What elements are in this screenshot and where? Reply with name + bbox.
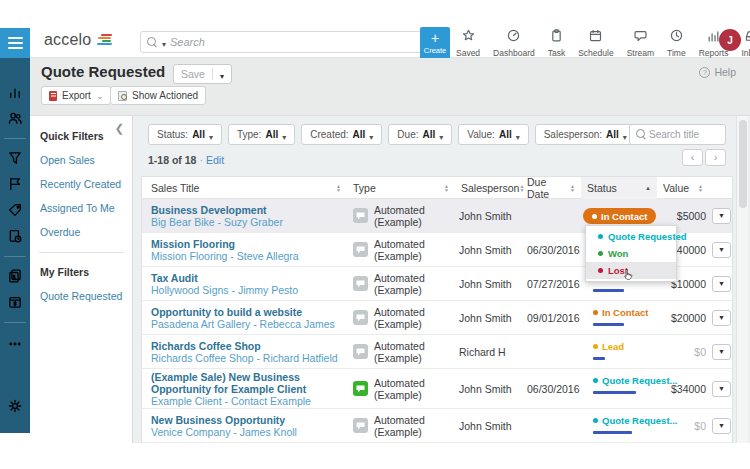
sale-company-link[interactable]: Hollywood Signs - Jimmy Pesto <box>151 284 347 296</box>
filter-chip-due[interactable]: Due:All <box>388 124 452 145</box>
nav-item-schedule[interactable]: Schedule <box>578 28 613 58</box>
sale-title-link[interactable]: (Example Sale) New Business Opportunity … <box>151 371 347 395</box>
help-link[interactable]: ? Help <box>699 66 736 78</box>
tags-icon <box>8 203 22 221</box>
nav-item-label: Schedule <box>578 48 613 58</box>
row-actions-button[interactable]: ▼ <box>712 344 731 360</box>
status-dot-icon <box>593 344 598 349</box>
salesperson-cell: John Smith <box>455 312 521 324</box>
column-header-type[interactable]: Type▲▼ <box>347 177 455 199</box>
row-actions-button[interactable]: ▼ <box>712 418 731 434</box>
filter-chip-salesperson[interactable]: Salesperson:All <box>535 124 636 145</box>
filter-chip-type[interactable]: Type:All <box>228 124 295 145</box>
hamburger-menu-icon[interactable] <box>0 28 30 58</box>
task-icon <box>550 28 563 46</box>
my-filter-link[interactable]: Quote Requested <box>40 290 132 302</box>
sale-title-link[interactable]: Opportunity to build a website <box>151 306 347 318</box>
sale-company-link[interactable]: Pasadena Art Gallery - Rebecca James <box>151 318 347 330</box>
filter-chip-value[interactable]: Value:All <box>458 124 528 145</box>
next-page-button[interactable]: › <box>705 149 726 166</box>
actions-cell: ▼ <box>709 344 733 360</box>
sale-title-link[interactable]: Richards Coffee Shop <box>151 340 347 352</box>
nav-item-saved[interactable]: Saved <box>456 28 480 58</box>
column-header-status[interactable]: Status▲ <box>581 177 657 199</box>
sale-title-link[interactable]: New Business Opportunity <box>151 414 347 426</box>
filter-chip-created[interactable]: Created:All <box>301 124 382 145</box>
nav-item-stream[interactable]: Stream <box>627 28 654 58</box>
sidebar-sales-funnel-icon[interactable] <box>0 150 30 170</box>
column-header-value[interactable]: Value▲▼ <box>657 177 709 199</box>
status-badge[interactable]: In Contact <box>583 208 656 224</box>
sale-title-link[interactable]: Business Development <box>151 204 347 216</box>
column-header-salesperson[interactable]: Salesperson▲▼ <box>455 177 521 199</box>
status-indicator[interactable]: In Contact <box>593 307 648 326</box>
edit-link[interactable]: Edit <box>206 154 224 166</box>
sidebar-campaigns-icon[interactable] <box>0 176 30 196</box>
sidebar-invoices-icon[interactable] <box>0 268 30 288</box>
sidebar-contacts-icon[interactable] <box>0 110 30 130</box>
quick-filter-link[interactable]: Assigned To Me <box>40 202 132 214</box>
status-indicator[interactable]: Lead <box>593 341 624 360</box>
status-indicator[interactable]: Quote Request... <box>593 415 677 434</box>
column-header-due-date[interactable]: Due Date▲▼ <box>521 177 581 199</box>
filter-chip-status[interactable]: Status:All <box>148 124 222 145</box>
sidebar-projects-icon[interactable] <box>0 228 30 248</box>
sidebar-billing-icon[interactable] <box>0 294 30 314</box>
row-actions-button[interactable]: ▼ <box>712 276 731 292</box>
quick-filter-link[interactable]: Recently Created <box>40 178 132 190</box>
sale-title-cell: Tax AuditHollywood Signs - Jimmy Pesto <box>142 272 347 296</box>
sidebar-settings-icon[interactable] <box>0 398 30 418</box>
table-row[interactable]: New Business OpportunityVenice Company -… <box>142 409 732 443</box>
show-actioned-button[interactable]: Show Actioned <box>110 86 206 105</box>
row-actions-button[interactable]: ▼ <box>712 310 731 326</box>
user-avatar[interactable]: J <box>719 29 741 51</box>
status-indicator[interactable]: Quote Request... <box>593 375 677 394</box>
status-dot-icon <box>592 214 597 219</box>
column-header-sales-title[interactable]: Sales Title▲▼ <box>142 177 347 199</box>
star-icon <box>462 28 475 46</box>
sale-company-link[interactable]: Venice Company - James Knoll <box>151 426 347 438</box>
type-label: Automated (Example) <box>374 272 455 296</box>
global-search-input[interactable] <box>170 36 418 48</box>
contacts-icon <box>8 111 22 129</box>
status-option-won[interactable]: Won <box>586 245 676 262</box>
nav-item-time[interactable]: Time <box>667 28 686 58</box>
sale-company-link[interactable]: Big Bear Bike - Suzy Graber <box>151 216 347 228</box>
chip-label: Status: <box>157 129 188 140</box>
row-actions-button[interactable]: ▼ <box>712 381 731 397</box>
quick-filter-link[interactable]: Overdue <box>40 226 132 238</box>
scrollbar[interactable] <box>736 116 748 443</box>
nav-item-task[interactable]: Task <box>548 28 565 58</box>
row-actions-button[interactable]: ▼ <box>712 208 731 224</box>
quick-filter-link[interactable]: Open Sales <box>40 154 132 166</box>
sale-title-link[interactable]: Tax Audit <box>151 272 347 284</box>
save-button[interactable]: Save <box>173 64 232 84</box>
search-caret-icon[interactable] <box>162 33 166 51</box>
row-actions-button[interactable]: ▼ <box>712 242 731 258</box>
prev-page-button[interactable]: ‹ <box>682 149 703 166</box>
sale-company-link[interactable]: Mission Flooring - Steve Allegra <box>151 250 347 262</box>
sale-title-link[interactable]: Mission Flooring <box>151 238 347 250</box>
table-row[interactable]: (Example Sale) New Business Opportunity … <box>142 369 732 409</box>
sidebar-activity-chart-icon[interactable] <box>0 84 30 104</box>
sale-company-link[interactable]: Richards Coffee Shop - Richard Hatfield <box>151 352 347 364</box>
sale-company-link[interactable]: Example Client - Contact Example <box>151 395 347 407</box>
scrollbar-thumb[interactable] <box>739 120 747 208</box>
collapse-panel-icon[interactable]: ❮ <box>115 122 124 135</box>
sidebar-tags-icon[interactable] <box>0 202 30 222</box>
status-label: Quote Request... <box>602 375 677 386</box>
create-button[interactable]: + Create <box>420 27 450 60</box>
type-label: Automated (Example) <box>374 306 455 330</box>
nav-item-inbox[interactable]: Inbox <box>741 28 750 58</box>
global-search[interactable] <box>140 31 425 53</box>
title-search[interactable] <box>629 124 726 145</box>
sidebar-more-icon[interactable] <box>0 336 30 356</box>
table-row[interactable]: Richards Coffee ShopRichards Coffee Shop… <box>142 335 732 369</box>
nav-item-dashboard[interactable]: Dashboard <box>493 28 535 58</box>
title-search-input[interactable] <box>649 129 719 140</box>
status-option-quoterequested[interactable]: Quote Requested <box>586 228 676 245</box>
export-button[interactable]: Export <box>41 86 111 105</box>
table-row[interactable]: Opportunity to build a websitePasadena A… <box>142 301 732 335</box>
filter-chip-bar: Status:AllType:AllCreated:AllDue:AllValu… <box>148 124 691 145</box>
status-option-lost[interactable]: Lost <box>586 262 676 279</box>
